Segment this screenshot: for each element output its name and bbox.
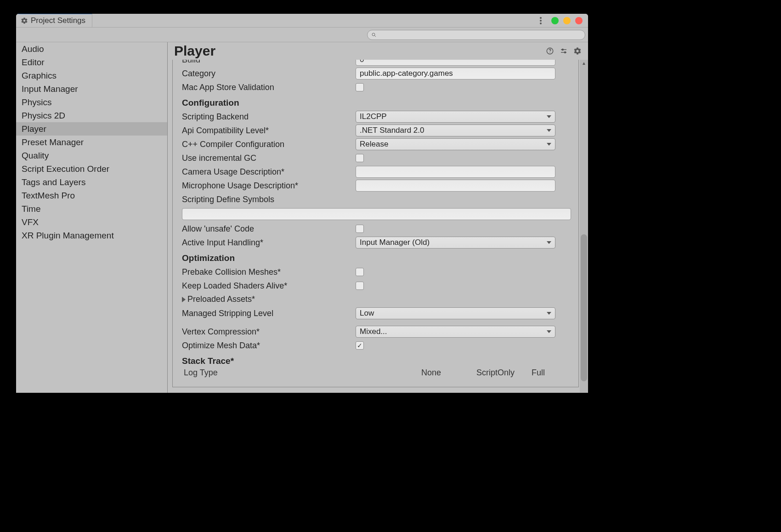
- settings-inner: Build Category Mac App Store Validation …: [172, 60, 579, 387]
- row-keep-shaders: Keep Loaded Shaders Alive*: [173, 279, 578, 293]
- row-category: Category: [173, 67, 578, 80]
- label-allow-unsafe: Allow 'unsafe' Code: [182, 224, 352, 234]
- dropdown-cpp-config[interactable]: Release: [356, 138, 555, 150]
- sidebar-item-textmesh-pro[interactable]: TextMesh Pro: [16, 189, 167, 202]
- sidebar-item-player[interactable]: Player: [16, 122, 167, 136]
- checkbox-allow-unsafe[interactable]: [356, 225, 364, 233]
- row-camera-desc: Camera Usage Description*: [173, 165, 578, 179]
- svg-point-0: [372, 33, 375, 36]
- sidebar-item-input-manager[interactable]: Input Manager: [16, 82, 167, 96]
- label-category: Category: [182, 69, 352, 79]
- checkbox-prebake-collision[interactable]: [356, 268, 364, 276]
- sidebar-item-script-execution-order[interactable]: Script Execution Order: [16, 162, 167, 175]
- sidebar-item-preset-manager[interactable]: Preset Manager: [16, 136, 167, 149]
- input-camera-desc[interactable]: [356, 166, 555, 178]
- label-cpp-config: C++ Compiler Configuration: [182, 140, 352, 149]
- search-box[interactable]: [367, 30, 585, 40]
- label-incremental-gc: Use incremental GC: [182, 153, 352, 163]
- sidebar-item-audio[interactable]: Audio: [16, 42, 167, 56]
- sidebar-item-xr-plugin-management[interactable]: XR Plugin Management: [16, 229, 167, 242]
- row-vertex-compression: Vertex Compression* Mixed...: [173, 325, 578, 339]
- dropdown-scripting-backend[interactable]: IL2CPP: [356, 111, 555, 123]
- label-keep-shaders: Keep Loaded Shaders Alive*: [182, 281, 352, 291]
- dropdown-input-handling[interactable]: Input Manager (Old): [356, 237, 555, 249]
- input-define-symbols[interactable]: [182, 208, 571, 220]
- sidebar-item-physics[interactable]: Physics: [16, 96, 167, 109]
- chevron-down-icon: [547, 330, 551, 333]
- row-define-symbols-label: Scripting Define Symbols: [173, 192, 578, 206]
- vertical-scrollbar[interactable]: ▲: [580, 60, 588, 393]
- checkbox-mac-store-validation[interactable]: [356, 83, 364, 91]
- row-mac-store-validation: Mac App Store Validation: [173, 80, 578, 94]
- titlebar: Project Settings: [16, 14, 588, 28]
- scrollbar-thumb[interactable]: [581, 234, 587, 381]
- project-settings-window: Project Settings Audio Editor Graphics I…: [16, 14, 588, 393]
- sidebar: Audio Editor Graphics Input Manager Phys…: [16, 42, 168, 393]
- header-icons: [546, 47, 582, 55]
- settings-gear-icon[interactable]: [573, 47, 582, 55]
- section-stack-trace: Stack Trace*: [173, 352, 578, 368]
- traffic-light-green[interactable]: [551, 17, 559, 24]
- checkbox-keep-shaders[interactable]: [356, 282, 364, 290]
- chevron-down-icon: [547, 312, 551, 315]
- col-full: Full: [532, 368, 573, 378]
- sidebar-item-tags-and-layers[interactable]: Tags and Layers: [16, 175, 167, 189]
- label-define-symbols: Scripting Define Symbols: [182, 195, 352, 204]
- dropdown-vertex-compression[interactable]: Mixed...: [356, 326, 555, 338]
- dropdown-stripping-level[interactable]: Low: [356, 307, 555, 319]
- dropdown-api-compat[interactable]: .NET Standard 2.0: [356, 125, 555, 136]
- sidebar-item-time[interactable]: Time: [16, 202, 167, 215]
- foldout-preloaded-assets[interactable]: Preloaded Assets*: [182, 294, 255, 304]
- gear-icon: [21, 17, 28, 24]
- row-scripting-backend: Scripting Backend IL2CPP: [173, 110, 578, 124]
- label-preloaded-assets: Preloaded Assets*: [182, 294, 352, 305]
- input-category[interactable]: [356, 68, 555, 79]
- search-icon: [371, 32, 377, 38]
- search-input[interactable]: [379, 31, 581, 38]
- col-none: None: [421, 368, 463, 378]
- row-optimize-mesh: Optimize Mesh Data*: [173, 339, 578, 352]
- checkbox-incremental-gc[interactable]: [356, 154, 364, 162]
- scroll-up-arrow-icon[interactable]: ▲: [580, 60, 588, 66]
- label-camera-desc: Camera Usage Description*: [182, 167, 352, 177]
- row-build: Build: [173, 60, 578, 67]
- main-panel: Player: [168, 42, 588, 393]
- label-prebake-collision: Prebake Collision Meshes*: [182, 267, 352, 277]
- label-mac-store-validation: Mac App Store Validation: [182, 83, 352, 92]
- kebab-icon[interactable]: [538, 17, 544, 25]
- tab-project-settings[interactable]: Project Settings: [16, 14, 92, 27]
- main-header: Player: [168, 42, 588, 60]
- label-scripting-backend: Scripting Backend: [182, 112, 352, 122]
- checkbox-optimize-mesh[interactable]: [356, 341, 364, 350]
- input-microphone-desc[interactable]: [356, 180, 555, 192]
- svg-line-1: [374, 35, 376, 37]
- chevron-down-icon: [547, 115, 551, 118]
- label-api-compat: Api Compatibility Level*: [182, 126, 352, 136]
- row-api-compat: Api Compatibility Level* .NET Standard 2…: [173, 124, 578, 137]
- input-build[interactable]: [356, 60, 555, 66]
- row-preloaded-assets: Preloaded Assets*: [173, 293, 578, 306]
- triangle-right-icon: [182, 297, 186, 302]
- svg-point-6: [562, 49, 563, 51]
- sidebar-item-vfx[interactable]: VFX: [16, 215, 167, 229]
- label-stripping-level: Managed Stripping Level: [182, 309, 352, 318]
- label-build: Build: [182, 60, 352, 65]
- preset-sliders-icon[interactable]: [560, 47, 568, 55]
- sidebar-item-graphics[interactable]: Graphics: [16, 69, 167, 82]
- window-controls: [538, 17, 583, 25]
- label-optimize-mesh: Optimize Mesh Data*: [182, 341, 352, 351]
- row-input-handling: Active Input Handling* Input Manager (Ol…: [173, 236, 578, 249]
- traffic-light-red[interactable]: [575, 17, 583, 24]
- help-icon[interactable]: [546, 47, 554, 55]
- traffic-light-yellow[interactable]: [563, 17, 571, 24]
- body: Audio Editor Graphics Input Manager Phys…: [16, 42, 588, 393]
- row-incremental-gc: Use incremental GC: [173, 151, 578, 165]
- sidebar-item-quality[interactable]: Quality: [16, 149, 167, 162]
- row-allow-unsafe: Allow 'unsafe' Code: [173, 222, 578, 236]
- chevron-down-icon: [547, 129, 551, 132]
- svg-point-7: [565, 52, 566, 53]
- row-microphone-desc: Microphone Usage Description*: [173, 179, 578, 192]
- sidebar-item-physics-2d[interactable]: Physics 2D: [16, 109, 167, 122]
- row-define-symbols-input: [173, 206, 578, 222]
- sidebar-item-editor[interactable]: Editor: [16, 56, 167, 69]
